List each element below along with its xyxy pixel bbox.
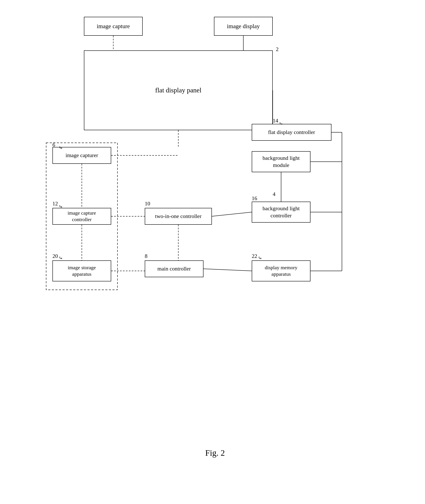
image-capture-controller-label: image capturecontroller: [67, 210, 96, 223]
ref-6-arrow: ⤷: [59, 145, 63, 151]
ref-6: 6: [53, 142, 55, 148]
ref-14: 14: [273, 118, 278, 124]
ref-8: 8: [145, 253, 147, 259]
image-capture-controller-box: image capturecontroller: [53, 208, 111, 225]
ref-22: 22: [252, 253, 257, 259]
display-memory-apparatus-box: display memoryapparatus: [252, 260, 311, 281]
image-storage-apparatus-box: image storageapparatus: [53, 260, 111, 281]
image-storage-apparatus-label: image storageapparatus: [68, 264, 96, 277]
flat-display-controller-box: flat display controller: [252, 124, 332, 141]
flat-display-panel-box: flat display panel: [84, 50, 273, 130]
image-display-label: image display: [227, 22, 260, 30]
flat-display-controller-label: flat display controller: [268, 129, 315, 136]
display-memory-apparatus-label: display memoryapparatus: [265, 264, 297, 277]
main-controller-label: main controller: [157, 265, 191, 272]
ref-14-arrow: ⤷: [279, 121, 283, 127]
ref-22-arrow: ⤷: [258, 255, 262, 261]
diagram-container: image capture image display flat display…: [42, 8, 388, 470]
image-capture-label: image capture: [97, 22, 130, 30]
two-in-one-controller-label: two-in-one controller: [155, 213, 202, 220]
svg-line-12: [212, 212, 252, 216]
background-light-controller-label: background lightcontroller: [263, 205, 300, 219]
image-capturer-label: image capturer: [66, 152, 98, 159]
ref-10: 10: [145, 201, 150, 207]
ref-16: 16: [252, 195, 257, 202]
image-display-box: image display: [214, 17, 273, 36]
ref-20: 20: [53, 253, 58, 259]
flat-display-panel-label: flat display panel: [155, 86, 201, 95]
ref-2: 2: [276, 46, 279, 53]
svg-line-16: [204, 269, 252, 271]
background-light-module-box: background lightmodule: [252, 151, 311, 172]
ref-4: 4: [273, 191, 275, 198]
image-capture-box: image capture: [84, 17, 143, 36]
main-controller-box: main controller: [145, 260, 204, 277]
figure-caption: Fig. 2: [42, 448, 388, 458]
background-light-controller-box: background lightcontroller: [252, 202, 311, 223]
ref-12-arrow: ⤷: [59, 204, 63, 210]
background-light-module-label: background lightmodule: [263, 155, 300, 169]
ref-12: 12: [53, 201, 58, 207]
ref-20-arrow: ⤷: [59, 255, 63, 261]
two-in-one-controller-box: two-in-one controller: [145, 208, 212, 225]
